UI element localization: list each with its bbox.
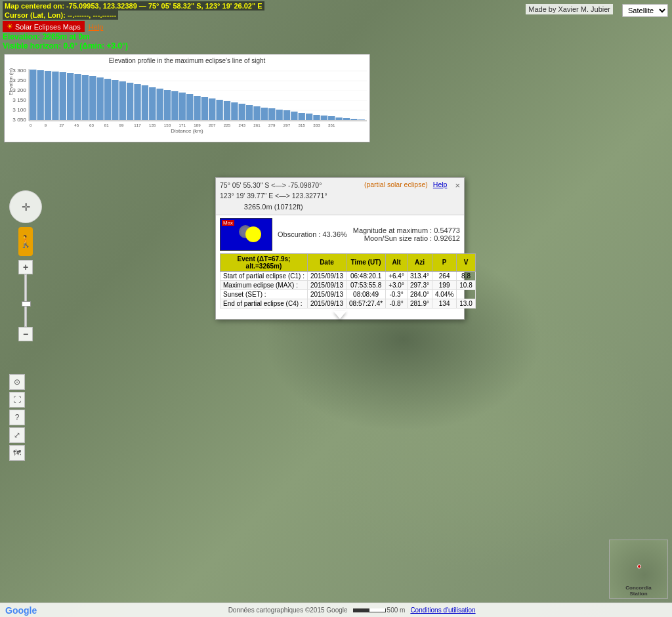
- svg-rect-49: [306, 114, 312, 120]
- svg-rect-56: [358, 119, 365, 120]
- svg-rect-35: [201, 97, 208, 120]
- zoom-out-button[interactable]: −: [18, 327, 33, 341]
- svg-text:153: 153: [164, 123, 171, 127]
- eclipse-sun: [245, 226, 261, 242]
- popup-close-button[interactable]: ×: [455, 181, 460, 190]
- col-p: P: [432, 253, 456, 271]
- svg-rect-33: [186, 94, 193, 120]
- elevation-chart: Elevation profile in the maximum eclipse…: [4, 54, 370, 142]
- svg-rect-12: [30, 70, 36, 120]
- cell-v: 8.8: [457, 271, 475, 280]
- svg-rect-17: [67, 73, 74, 120]
- zoom-track: [24, 274, 27, 327]
- svg-rect-15: [52, 72, 58, 120]
- help-map-button[interactable]: ?: [9, 410, 25, 425]
- cell-azi: 297.3°: [407, 280, 432, 289]
- x-axis-label: Distance (km): [7, 128, 367, 134]
- col-event: Event (ΔT=67.9s; alt.=3265m): [220, 253, 308, 271]
- cell-event: Sunset (SET) :: [220, 289, 308, 299]
- cell-alt: +3.0°: [386, 280, 408, 289]
- svg-rect-14: [45, 71, 51, 120]
- popup-tail: [333, 311, 346, 319]
- svg-rect-24: [119, 81, 126, 120]
- svg-rect-46: [284, 110, 290, 120]
- cell-p: 199: [432, 280, 456, 289]
- svg-text:27: 27: [60, 123, 65, 127]
- svg-rect-34: [194, 96, 200, 120]
- cell-date: 2015/09/13: [307, 271, 346, 280]
- pan-control[interactable]: ✛: [9, 190, 42, 223]
- svg-rect-47: [291, 112, 297, 120]
- cell-alt: +6.4°: [386, 271, 408, 280]
- svg-text:3 200: 3 200: [12, 87, 26, 93]
- popup-coordinates: 75° 05' 55.30" S <—> -75.09870° 123° 19'…: [220, 181, 327, 202]
- navigation-controls: ✛ 🚶 + −: [9, 190, 42, 341]
- eclipse-visualization: Max Obscuration : 43.36% Magnitude at ma…: [220, 218, 460, 251]
- solar-eclipses-button[interactable]: ☀ Solar Eclipses Maps: [3, 21, 85, 32]
- popup-coords-block: 75° 05' 55.30" S <—> -75.09870° 123° 19'…: [220, 181, 327, 212]
- col-time: Time (UT): [346, 253, 386, 271]
- svg-rect-38: [224, 101, 230, 120]
- cell-azi: 284.0°: [407, 289, 432, 299]
- scale-line: [353, 608, 386, 612]
- help-button[interactable]: Help: [89, 23, 104, 31]
- zoom-handle[interactable]: [22, 301, 31, 307]
- chart-svg: 3 300 3 250 3 200 3 150 3 100 3 050: [7, 66, 367, 128]
- svg-text:333: 333: [313, 123, 320, 127]
- person-icon: 🚶: [18, 234, 33, 249]
- zoom-extent-button[interactable]: ⤢: [9, 427, 25, 443]
- svg-text:225: 225: [224, 123, 231, 127]
- col-azi: Azi: [407, 253, 432, 271]
- svg-rect-19: [82, 75, 89, 120]
- svg-rect-27: [142, 85, 148, 120]
- svg-text:3 100: 3 100: [12, 107, 26, 113]
- cell-alt: -0.8°: [386, 299, 408, 308]
- layers-button[interactable]: 🗺: [9, 445, 25, 461]
- svg-text:3 250: 3 250: [12, 77, 26, 83]
- col-v: V: [457, 253, 475, 271]
- sun-icon: ☀: [7, 22, 13, 31]
- cell-time: 08:57:27.4*: [346, 299, 386, 308]
- mini-map[interactable]: Concordia Station: [609, 540, 668, 599]
- search-nearby-button[interactable]: ⊙: [9, 374, 25, 390]
- horizon-text: Visible horizon: 0.0° (Δmin: +3.0°): [3, 41, 669, 51]
- obscuration-block: Obscuration : 43.36%: [278, 230, 347, 238]
- svg-rect-31: [171, 91, 178, 120]
- svg-text:63: 63: [89, 123, 94, 127]
- cell-p: 4.04%: [432, 289, 456, 299]
- popup-header-right: (partial solar eclipse) Help ×: [364, 181, 460, 190]
- cell-azi: 281.9°: [407, 299, 432, 308]
- popup-help-link[interactable]: Help: [433, 181, 448, 188]
- scale-bar: 500 m: [353, 606, 406, 614]
- col-alt: Alt: [386, 253, 408, 271]
- svg-rect-22: [104, 79, 111, 120]
- svg-text:279: 279: [268, 123, 276, 127]
- moon-sun-ratio-text: Moon/Sun size ratio : 0.92612: [353, 234, 460, 242]
- svg-text:261: 261: [253, 123, 261, 127]
- svg-text:9: 9: [45, 123, 47, 127]
- eclipse-type-label: (partial solar eclipse): [364, 181, 428, 188]
- zoom-in-button[interactable]: +: [18, 260, 33, 274]
- street-view-person[interactable]: 🚶: [18, 227, 33, 256]
- svg-text:45: 45: [74, 123, 79, 127]
- svg-rect-18: [74, 74, 81, 120]
- map-type-select[interactable]: Satellite Map Terrain: [622, 4, 668, 17]
- chart-area: 3 300 3 250 3 200 3 150 3 100 3 050: [7, 66, 367, 138]
- cell-date: 2015/09/13: [307, 289, 346, 299]
- svg-rect-41: [246, 105, 253, 120]
- cell-p: 134: [432, 299, 456, 308]
- events-tbody: Start of partial eclipse (C1) :2015/09/1…: [220, 271, 476, 308]
- svg-text:135: 135: [149, 123, 156, 127]
- svg-rect-43: [261, 108, 268, 120]
- svg-text:3 300: 3 300: [12, 68, 26, 74]
- svg-rect-52: [328, 116, 335, 120]
- svg-rect-42: [253, 106, 260, 120]
- eclipse-events-table: Event (ΔT=67.9s; alt.=3265m) Date Time (…: [220, 253, 476, 308]
- eclipse-popup: 75° 05' 55.30" S <—> -75.09870° 123° 19'…: [215, 177, 465, 320]
- bottom-bar: Google Données cartographiques ©2015 Goo…: [0, 603, 672, 617]
- fullscreen-button[interactable]: ⛶: [9, 392, 25, 408]
- svg-rect-37: [216, 100, 222, 120]
- conditions-link[interactable]: Conditions d'utilisation: [410, 606, 475, 614]
- svg-rect-20: [89, 76, 96, 120]
- satellite-dropdown[interactable]: Satellite Map Terrain: [622, 4, 668, 17]
